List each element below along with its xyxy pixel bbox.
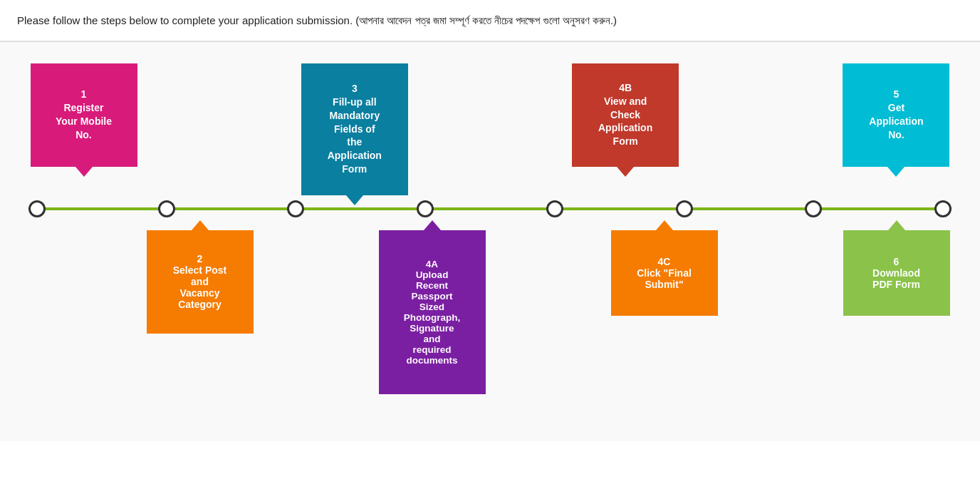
step1-arrow (75, 167, 93, 177)
header-text: Please follow the steps below to complet… (17, 14, 617, 26)
step1-slot: 1RegisterYour MobileNo. (28, 63, 139, 205)
step4c-arrow-up (656, 220, 673, 230)
step4a-card: 4AUploadRecentPassportSizedPhotograph,Si… (379, 230, 486, 394)
step2-card: 2Select PostandVacancyCategory (147, 230, 254, 334)
step4c-card: 4CClick "FinalSubmit" (611, 230, 718, 316)
step2-arrow-up (192, 220, 209, 230)
header-banner: Please follow the steps below to complet… (0, 0, 980, 42)
step3-card: 3Fill-up allMandatoryFields oftheApplica… (301, 63, 408, 195)
step3-slot: 3Fill-up allMandatoryFields oftheApplica… (299, 63, 410, 205)
step5-arrow (887, 167, 905, 177)
step5-card: 5GetApplicationNo. (843, 63, 949, 167)
step5-slot: 5GetApplicationNo. (841, 63, 952, 205)
step6-arrow-up (888, 220, 905, 230)
step3-arrow (346, 195, 363, 205)
timeline-section: 1RegisterYour MobileNo. 3Fill-up allMand… (0, 42, 980, 441)
step4b-arrow (617, 167, 634, 177)
step6-slot: 6DownlaodPDF Form (841, 220, 952, 394)
bottom-cards-row: 2Select PostandVacancyCategory 4AUploadR… (28, 220, 952, 394)
step4a-arrow-up (424, 220, 441, 230)
step4c-slot: 4CClick "FinalSubmit" (609, 220, 719, 394)
step6-card: 6DownlaodPDF Form (843, 230, 950, 316)
step4a-slot: 4AUploadRecentPassportSizedPhotograph,Si… (377, 220, 487, 394)
step4b-slot: 4BView andCheckApplicationForm (570, 63, 681, 205)
step1-card: 1RegisterYour MobileNo. (31, 63, 137, 167)
top-cards-row: 1RegisterYour MobileNo. 3Fill-up allMand… (28, 63, 952, 205)
step2-slot: 2Select PostandVacancyCategory (145, 220, 255, 394)
step4b-card: 4BView andCheckApplicationForm (572, 63, 679, 167)
